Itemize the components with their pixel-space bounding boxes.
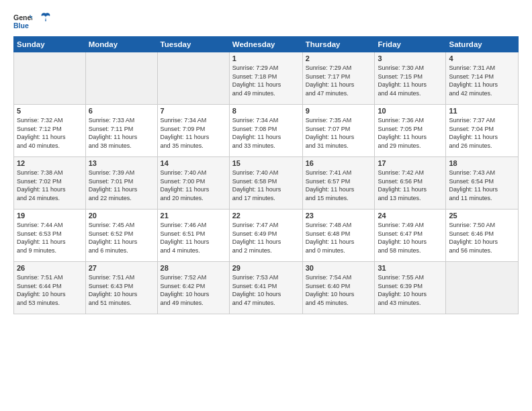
- calendar-cell: 31Sunrise: 7:55 AM Sunset: 6:39 PM Dayli…: [375, 262, 446, 314]
- logo-icon: General Blue: [13, 12, 32, 31]
- day-number: 31: [378, 264, 443, 272]
- calendar-week-4: 19Sunrise: 7:44 AM Sunset: 6:53 PM Dayli…: [14, 210, 519, 262]
- calendar-cell: 21Sunrise: 7:46 AM Sunset: 6:51 PM Dayli…: [157, 210, 229, 262]
- calendar-cell: 4Sunrise: 7:31 AM Sunset: 7:14 PM Daylig…: [446, 52, 519, 105]
- day-number: 5: [17, 107, 83, 115]
- calendar-cell: 6Sunrise: 7:33 AM Sunset: 7:11 PM Daylig…: [85, 105, 157, 157]
- logo: General Blue: [13, 12, 51, 31]
- day-number: 13: [89, 159, 154, 167]
- svg-text:General: General: [13, 13, 32, 21]
- day-number: 19: [17, 212, 83, 220]
- day-info: Sunrise: 7:50 AM Sunset: 6:46 PM Dayligh…: [449, 221, 515, 255]
- calendar-week-5: 26Sunrise: 7:51 AM Sunset: 6:44 PM Dayli…: [14, 262, 519, 314]
- calendar-cell: 12Sunrise: 7:38 AM Sunset: 7:02 PM Dayli…: [14, 157, 86, 210]
- calendar-cell: 10Sunrise: 7:36 AM Sunset: 7:05 PM Dayli…: [375, 105, 446, 157]
- calendar-header-thursday: Thursday: [302, 37, 375, 52]
- day-number: 6: [89, 107, 154, 115]
- calendar-cell: 3Sunrise: 7:30 AM Sunset: 7:15 PM Daylig…: [375, 52, 446, 105]
- calendar-cell: 24Sunrise: 7:49 AM Sunset: 6:47 PM Dayli…: [375, 210, 446, 262]
- calendar-cell: [446, 262, 519, 314]
- day-number: 15: [232, 159, 300, 167]
- calendar-cell: 13Sunrise: 7:39 AM Sunset: 7:01 PM Dayli…: [85, 157, 157, 210]
- day-info: Sunrise: 7:53 AM Sunset: 6:41 PM Dayligh…: [232, 273, 300, 307]
- day-number: 26: [17, 264, 83, 272]
- day-number: 11: [449, 107, 515, 115]
- calendar-cell: [157, 52, 229, 105]
- day-number: 23: [306, 212, 372, 220]
- day-info: Sunrise: 7:29 AM Sunset: 7:17 PM Dayligh…: [306, 64, 372, 97]
- calendar-header-monday: Monday: [85, 37, 157, 52]
- day-number: 14: [161, 159, 226, 167]
- day-number: 29: [232, 264, 300, 272]
- calendar-header-friday: Friday: [375, 37, 446, 52]
- calendar-cell: 26Sunrise: 7:51 AM Sunset: 6:44 PM Dayli…: [14, 262, 86, 314]
- calendar-header-wednesday: Wednesday: [229, 37, 302, 52]
- day-info: Sunrise: 7:44 AM Sunset: 6:53 PM Dayligh…: [17, 221, 83, 255]
- day-info: Sunrise: 7:35 AM Sunset: 7:07 PM Dayligh…: [306, 116, 372, 150]
- day-info: Sunrise: 7:30 AM Sunset: 7:15 PM Dayligh…: [378, 64, 443, 97]
- calendar-week-2: 5Sunrise: 7:32 AM Sunset: 7:12 PM Daylig…: [14, 105, 519, 157]
- calendar-header-saturday: Saturday: [446, 37, 519, 52]
- day-number: 17: [378, 159, 443, 167]
- calendar-cell: 14Sunrise: 7:40 AM Sunset: 7:00 PM Dayli…: [157, 157, 229, 210]
- day-info: Sunrise: 7:45 AM Sunset: 6:52 PM Dayligh…: [89, 221, 154, 255]
- day-info: Sunrise: 7:48 AM Sunset: 6:48 PM Dayligh…: [306, 221, 372, 255]
- calendar-cell: 1Sunrise: 7:29 AM Sunset: 7:18 PM Daylig…: [229, 52, 302, 105]
- calendar-cell: 25Sunrise: 7:50 AM Sunset: 6:46 PM Dayli…: [446, 210, 519, 262]
- day-number: 25: [449, 212, 515, 220]
- day-number: 7: [161, 107, 226, 115]
- header: General Blue: [13, 12, 519, 31]
- calendar-cell: 30Sunrise: 7:54 AM Sunset: 6:40 PM Dayli…: [302, 262, 375, 314]
- calendar-cell: 8Sunrise: 7:34 AM Sunset: 7:08 PM Daylig…: [229, 105, 302, 157]
- day-info: Sunrise: 7:40 AM Sunset: 7:00 PM Dayligh…: [161, 169, 226, 202]
- day-info: Sunrise: 7:38 AM Sunset: 7:02 PM Dayligh…: [17, 169, 83, 202]
- day-info: Sunrise: 7:34 AM Sunset: 7:09 PM Dayligh…: [161, 116, 226, 150]
- day-info: Sunrise: 7:42 AM Sunset: 6:56 PM Dayligh…: [378, 169, 443, 202]
- day-info: Sunrise: 7:52 AM Sunset: 6:42 PM Dayligh…: [161, 273, 226, 307]
- calendar-cell: 23Sunrise: 7:48 AM Sunset: 6:48 PM Dayli…: [302, 210, 375, 262]
- day-info: Sunrise: 7:47 AM Sunset: 6:49 PM Dayligh…: [232, 221, 300, 255]
- day-info: Sunrise: 7:51 AM Sunset: 6:43 PM Dayligh…: [89, 273, 154, 307]
- day-info: Sunrise: 7:36 AM Sunset: 7:05 PM Dayligh…: [378, 116, 443, 150]
- calendar-cell: 11Sunrise: 7:37 AM Sunset: 7:04 PM Dayli…: [446, 105, 519, 157]
- calendar-header-sunday: Sunday: [14, 37, 86, 52]
- calendar-cell: [85, 52, 157, 105]
- page: General Blue SundayMondayTuesdayWednesda…: [0, 0, 532, 411]
- day-number: 9: [306, 107, 372, 115]
- day-number: 10: [378, 107, 443, 115]
- day-info: Sunrise: 7:31 AM Sunset: 7:14 PM Dayligh…: [449, 64, 515, 97]
- calendar-cell: 5Sunrise: 7:32 AM Sunset: 7:12 PM Daylig…: [14, 105, 86, 157]
- day-info: Sunrise: 7:34 AM Sunset: 7:08 PM Dayligh…: [232, 116, 300, 150]
- day-number: 28: [161, 264, 226, 272]
- day-number: 18: [449, 159, 515, 167]
- day-number: 20: [89, 212, 154, 220]
- day-number: 24: [378, 212, 443, 220]
- day-number: 27: [89, 264, 154, 272]
- day-info: Sunrise: 7:39 AM Sunset: 7:01 PM Dayligh…: [89, 169, 154, 202]
- day-number: 3: [378, 54, 443, 62]
- calendar-table: SundayMondayTuesdayWednesdayThursdayFrid…: [13, 36, 519, 314]
- day-info: Sunrise: 7:51 AM Sunset: 6:44 PM Dayligh…: [17, 273, 83, 307]
- day-info: Sunrise: 7:43 AM Sunset: 6:54 PM Dayligh…: [449, 169, 515, 202]
- calendar-week-1: 1Sunrise: 7:29 AM Sunset: 7:18 PM Daylig…: [14, 52, 519, 105]
- day-number: 16: [306, 159, 372, 167]
- calendar-cell: 7Sunrise: 7:34 AM Sunset: 7:09 PM Daylig…: [157, 105, 229, 157]
- calendar-cell: 17Sunrise: 7:42 AM Sunset: 6:56 PM Dayli…: [375, 157, 446, 210]
- calendar-cell: 16Sunrise: 7:41 AM Sunset: 6:57 PM Dayli…: [302, 157, 375, 210]
- calendar-cell: 29Sunrise: 7:53 AM Sunset: 6:41 PM Dayli…: [229, 262, 302, 314]
- calendar-cell: 15Sunrise: 7:40 AM Sunset: 6:58 PM Dayli…: [229, 157, 302, 210]
- calendar-header-tuesday: Tuesday: [157, 37, 229, 52]
- logo-bird-icon: [40, 12, 51, 27]
- calendar-cell: 19Sunrise: 7:44 AM Sunset: 6:53 PM Dayli…: [14, 210, 86, 262]
- svg-text:Blue: Blue: [13, 21, 29, 30]
- day-info: Sunrise: 7:29 AM Sunset: 7:18 PM Dayligh…: [232, 64, 300, 97]
- day-info: Sunrise: 7:32 AM Sunset: 7:12 PM Dayligh…: [17, 116, 83, 150]
- day-number: 12: [17, 159, 83, 167]
- day-info: Sunrise: 7:37 AM Sunset: 7:04 PM Dayligh…: [449, 116, 515, 150]
- day-number: 2: [306, 54, 372, 62]
- day-info: Sunrise: 7:49 AM Sunset: 6:47 PM Dayligh…: [378, 221, 443, 255]
- day-info: Sunrise: 7:55 AM Sunset: 6:39 PM Dayligh…: [378, 273, 443, 307]
- calendar-cell: 28Sunrise: 7:52 AM Sunset: 6:42 PM Dayli…: [157, 262, 229, 314]
- calendar-week-3: 12Sunrise: 7:38 AM Sunset: 7:02 PM Dayli…: [14, 157, 519, 210]
- calendar-cell: 2Sunrise: 7:29 AM Sunset: 7:17 PM Daylig…: [302, 52, 375, 105]
